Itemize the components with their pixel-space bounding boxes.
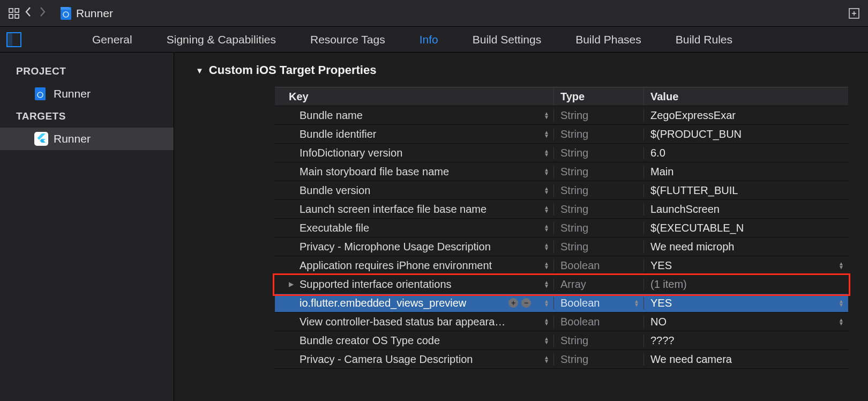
add-row-icon[interactable]: +: [508, 298, 518, 308]
key-stepper-icon[interactable]: ▲▼: [544, 187, 549, 194]
plist-value-cell[interactable]: 6.0: [643, 147, 848, 159]
plist-type-cell[interactable]: String: [553, 335, 643, 347]
tab-build-rules[interactable]: Build Rules: [659, 33, 750, 46]
plist-value-cell[interactable]: YES▲▼: [643, 259, 848, 272]
plist-key-cell[interactable]: Launch screen interface file base name▲▼: [275, 203, 553, 216]
table-row[interactable]: Privacy - Camera Usage Description▲▼Stri…: [275, 350, 848, 369]
plist-value-cell[interactable]: LaunchScreen: [643, 203, 848, 216]
nav-forward-icon[interactable]: [39, 6, 46, 20]
key-stepper-icon[interactable]: ▲▼: [544, 355, 549, 363]
key-stepper-icon[interactable]: ▲▼: [544, 337, 549, 344]
key-stepper-icon[interactable]: ▲▼: [544, 280, 549, 288]
plist-value-cell[interactable]: NO▲▼: [643, 316, 848, 328]
table-header-value[interactable]: Value: [643, 87, 848, 106]
tab-resource-tags[interactable]: Resource Tags: [293, 33, 402, 46]
table-row[interactable]: Privacy - Microphone Usage Description▲▼…: [275, 237, 848, 256]
table-row[interactable]: Application requires iPhone environment▲…: [275, 256, 848, 275]
sidebar-project-item[interactable]: Runner: [0, 83, 174, 105]
table-row[interactable]: Bundle creator OS Type code▲▼String????: [275, 331, 848, 350]
key-stepper-icon[interactable]: ▲▼: [544, 318, 549, 325]
key-stepper-icon[interactable]: ▲▼: [544, 112, 549, 119]
table-header-key[interactable]: Key: [275, 87, 553, 106]
table-row[interactable]: InfoDictionary version▲▼String6.0: [275, 144, 848, 162]
tab-signing[interactable]: Signing & Capabilities: [149, 33, 293, 46]
plist-key-cell[interactable]: Bundle name▲▼: [275, 109, 553, 122]
key-stepper-icon[interactable]: ▲▼: [544, 168, 549, 175]
plist-type-cell[interactable]: String: [553, 222, 643, 234]
plist-value-cell[interactable]: YES▲▼: [643, 297, 848, 309]
tab-build-settings[interactable]: Build Settings: [455, 33, 558, 46]
key-stepper-icon[interactable]: ▲▼: [544, 243, 549, 250]
plist-type-cell[interactable]: Boolean: [553, 259, 643, 272]
plist-key-cell[interactable]: Main storyboard file base name▲▼: [275, 166, 553, 178]
key-stepper-icon[interactable]: ▲▼: [544, 149, 549, 157]
key-stepper-icon[interactable]: ▲▼: [544, 224, 549, 232]
disclosure-triangle-icon[interactable]: ▼: [196, 66, 204, 75]
plist-type-cell[interactable]: String: [553, 109, 643, 122]
table-row[interactable]: Main storyboard file base name▲▼StringMa…: [275, 162, 848, 181]
plist-type-cell[interactable]: Array: [553, 278, 643, 291]
plist-type-cell[interactable]: String: [553, 147, 643, 159]
plist-key-cell[interactable]: View controller-based status bar appeara…: [275, 316, 553, 328]
table-row[interactable]: ▶Supported interface orientations▲▼Array…: [275, 275, 848, 294]
table-row[interactable]: View controller-based status bar appeara…: [275, 313, 848, 331]
nav-back-icon[interactable]: [25, 6, 32, 20]
plist-value-cell[interactable]: $(EXECUTABLE_N: [643, 222, 848, 234]
type-stepper-icon[interactable]: ▲▼: [634, 299, 639, 307]
plist-type-cell[interactable]: String: [553, 166, 643, 178]
tab-info[interactable]: Info: [402, 33, 455, 46]
panel-toggle-icon[interactable]: [6, 32, 21, 47]
tab-general[interactable]: General: [75, 33, 149, 46]
add-panel-icon[interactable]: [847, 6, 862, 21]
plist-value-cell[interactable]: ZegoExpressExar: [643, 109, 848, 122]
plist-key-cell[interactable]: Privacy - Microphone Usage Description▲▼: [275, 241, 553, 253]
plist-type-cell[interactable]: String: [553, 353, 643, 366]
table-row[interactable]: Bundle name▲▼StringZegoExpressExar: [275, 106, 848, 125]
plist-value-cell[interactable]: ????: [643, 335, 848, 347]
tab-build-phases[interactable]: Build Phases: [558, 33, 659, 46]
plist-key-cell[interactable]: InfoDictionary version▲▼: [275, 147, 553, 159]
plist-type-cell[interactable]: String: [553, 128, 643, 140]
plist-value-cell[interactable]: We need camera: [643, 353, 848, 366]
plist-value-text: (1 item): [650, 278, 687, 291]
plist-type-cell[interactable]: Boolean▲▼: [553, 297, 643, 309]
table-row[interactable]: Executable file▲▼String$(EXECUTABLE_N: [275, 219, 848, 237]
plist-key-cell[interactable]: Executable file▲▼: [275, 222, 553, 234]
table-row[interactable]: Bundle version▲▼String$(FLUTTER_BUIL: [275, 181, 848, 200]
table-row[interactable]: io.flutter.embedded_views_preview▲▼+−Boo…: [275, 294, 848, 313]
table-row[interactable]: Bundle identifier▲▼String$(PRODUCT_BUN: [275, 125, 848, 144]
plist-value-cell[interactable]: (1 item): [643, 278, 848, 291]
plist-key-cell[interactable]: Bundle creator OS Type code▲▼: [275, 335, 553, 347]
grid-icon[interactable]: [6, 6, 21, 21]
plist-value-cell[interactable]: $(PRODUCT_BUN: [643, 128, 848, 140]
table-row[interactable]: Launch screen interface file base name▲▼…: [275, 200, 848, 219]
key-stepper-icon[interactable]: ▲▼: [544, 205, 549, 213]
plist-type-cell[interactable]: Boolean: [553, 316, 643, 328]
sidebar-target-item[interactable]: Runner: [0, 128, 174, 150]
plist-value-cell[interactable]: We need microph: [643, 241, 848, 253]
row-expand-icon[interactable]: ▶: [289, 280, 296, 288]
plist-value-cell[interactable]: $(FLUTTER_BUIL: [643, 184, 848, 197]
plist-value-cell[interactable]: Main: [643, 166, 848, 178]
key-stepper-icon[interactable]: ▲▼: [544, 299, 549, 307]
value-stepper-icon[interactable]: ▲▼: [839, 262, 844, 269]
plist-value-text: Main: [650, 166, 674, 178]
plist-key-cell[interactable]: Application requires iPhone environment▲…: [275, 259, 553, 272]
plist-key-cell[interactable]: ▶Supported interface orientations▲▼: [275, 278, 553, 291]
plist-key-cell[interactable]: Bundle identifier▲▼: [275, 128, 553, 140]
plist-type-cell[interactable]: String: [553, 203, 643, 216]
breadcrumb[interactable]: Runner: [60, 6, 113, 20]
plist-type-cell[interactable]: String: [553, 241, 643, 253]
key-stepper-icon[interactable]: ▲▼: [544, 130, 549, 138]
remove-row-icon[interactable]: −: [521, 298, 531, 308]
plist-key-cell[interactable]: Bundle version▲▼: [275, 184, 553, 197]
project-targets-sidebar: PROJECT Runner TARGETS Runner: [0, 53, 174, 401]
plist-type-cell[interactable]: String: [553, 184, 643, 197]
plist-key-cell[interactable]: io.flutter.embedded_views_preview▲▼+−: [275, 297, 553, 309]
value-stepper-icon[interactable]: ▲▼: [839, 318, 844, 325]
section-header[interactable]: ▼ Custom iOS Target Properties: [174, 53, 868, 87]
plist-key-cell[interactable]: Privacy - Camera Usage Description▲▼: [275, 353, 553, 366]
value-stepper-icon[interactable]: ▲▼: [839, 299, 844, 307]
key-stepper-icon[interactable]: ▲▼: [544, 262, 549, 269]
table-header-type[interactable]: Type: [553, 87, 643, 106]
